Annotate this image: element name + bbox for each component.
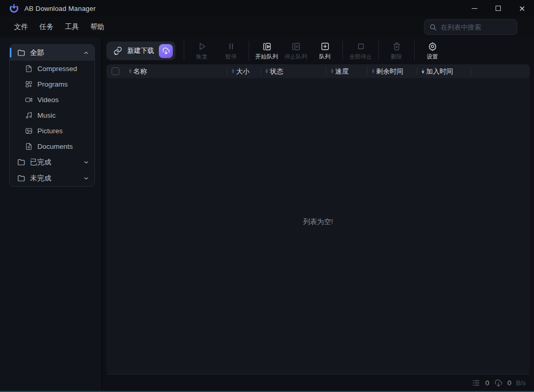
- stop-all-button[interactable]: 全部停止: [346, 39, 375, 62]
- menu-file[interactable]: 文件: [8, 19, 34, 35]
- column-label: 剩余时间: [376, 67, 403, 76]
- toolbar-separator: [414, 41, 415, 61]
- search-input[interactable]: [441, 23, 512, 31]
- sort-icon: ▲▼: [330, 69, 334, 73]
- select-all-checkbox[interactable]: [112, 67, 119, 75]
- speed-value: 0: [508, 379, 512, 387]
- stop-queue-button[interactable]: 停止队列: [281, 39, 310, 62]
- column-label: 名称: [133, 67, 147, 76]
- toolbar: 新建下载 恢复: [102, 37, 534, 64]
- selection-indicator: [10, 48, 11, 58]
- delete-button[interactable]: 删除: [382, 39, 411, 62]
- folder-icon: [17, 49, 25, 57]
- image-icon: [25, 127, 33, 135]
- sidebar-item-unfinished[interactable]: 未完成: [10, 170, 94, 186]
- queue-icon: [320, 41, 330, 51]
- column-header-spacer: [471, 64, 530, 78]
- button-label: 队列: [319, 53, 331, 61]
- sort-icon: ▲▼: [128, 69, 132, 73]
- sidebar-item-compressed[interactable]: Compressed: [10, 61, 94, 76]
- speed-unit: B/s: [516, 379, 526, 387]
- sidebar-item-label: Compressed: [37, 65, 77, 73]
- chevron-up-icon[interactable]: [83, 50, 89, 56]
- column-header-name[interactable]: ▲▼ 名称: [124, 64, 227, 78]
- music-note-icon: [25, 111, 33, 119]
- search-icon: [429, 23, 437, 31]
- column-header-date-added[interactable]: ▲▼ 加入时间: [417, 64, 471, 78]
- toolbar-separator: [249, 41, 249, 61]
- sidebar-item-all[interactable]: 全部: [10, 45, 94, 61]
- start-queue-button[interactable]: 开始队列: [252, 39, 281, 62]
- column-label: 大小: [236, 67, 250, 76]
- column-header-time-left[interactable]: ▲▼ 剩余时间: [367, 64, 417, 78]
- button-label: 设置: [427, 53, 438, 61]
- sidebar-item-programs[interactable]: Programs: [10, 76, 94, 92]
- chevron-down-icon[interactable]: [83, 175, 89, 181]
- button-label: 删除: [391, 53, 402, 61]
- sidebar-item-label: 全部: [30, 48, 44, 58]
- sidebar-item-videos[interactable]: Videos: [10, 92, 94, 107]
- column-header-size[interactable]: ▲▼ 大小: [227, 64, 261, 78]
- cloud-download-icon[interactable]: [159, 44, 173, 58]
- column-header-speed[interactable]: ▲▼ 速度: [326, 64, 367, 78]
- status-bar: 0 0 B/s: [102, 374, 534, 391]
- sort-icon: ▲▼: [371, 69, 375, 73]
- play-icon: [197, 41, 207, 51]
- window-controls: ✕: [462, 0, 534, 17]
- queue-stop-icon: [291, 41, 301, 51]
- search-box[interactable]: [424, 19, 517, 35]
- pause-icon: [226, 41, 236, 51]
- menu-tasks[interactable]: 任务: [34, 19, 59, 35]
- column-label: 速度: [335, 67, 349, 76]
- sidebar: 全部 Compressed: [0, 37, 102, 391]
- sort-icon: ▲▼: [231, 69, 235, 73]
- document-icon: [25, 143, 33, 150]
- trash-icon: [392, 41, 402, 51]
- maximize-icon[interactable]: [486, 0, 510, 17]
- sort-icon: ▲▼: [265, 69, 269, 73]
- button-label: 全部停止: [349, 53, 372, 61]
- sidebar-filter-card: 全部 Compressed: [9, 44, 95, 187]
- downloads-panel: ▲▼ 名称 ▲▼ 大小 ▲▼ 状态 ▲▼ 速度: [106, 64, 530, 374]
- toolbar-separator: [184, 41, 184, 61]
- button-label: 恢复: [196, 53, 208, 61]
- close-icon[interactable]: ✕: [510, 0, 534, 17]
- folder-icon: [17, 174, 25, 183]
- queue-count: 0: [485, 379, 489, 387]
- column-label: 加入时间: [426, 67, 453, 76]
- pause-button[interactable]: 暂停: [216, 39, 245, 62]
- new-download-button[interactable]: 新建下载: [106, 41, 175, 60]
- chevron-down-icon[interactable]: [83, 159, 89, 165]
- column-header-status[interactable]: ▲▼ 状态: [261, 64, 326, 78]
- app-title: AB Download Manager: [24, 5, 96, 12]
- sidebar-item-music[interactable]: Music: [10, 107, 94, 123]
- app-logo-icon: [9, 3, 19, 13]
- column-label: 状态: [270, 67, 283, 76]
- sidebar-item-pictures[interactable]: Pictures: [10, 123, 94, 138]
- stop-all-icon: [356, 41, 366, 51]
- menu-help[interactable]: 帮助: [85, 19, 110, 35]
- sidebar-item-label: Videos: [37, 96, 59, 104]
- button-label: 开始队列: [255, 53, 278, 61]
- settings-button[interactable]: 设置: [418, 39, 447, 62]
- sidebar-item-label: Pictures: [37, 127, 63, 135]
- button-label: 停止队列: [284, 53, 307, 61]
- folder-icon: [17, 158, 25, 166]
- sidebar-item-label: 已完成: [30, 158, 51, 167]
- sidebar-item-label: Documents: [37, 143, 73, 150]
- queues-button[interactable]: 队列: [310, 39, 339, 62]
- zip-file-icon: [25, 65, 33, 73]
- resume-button[interactable]: 恢复: [187, 39, 216, 62]
- menu-tools[interactable]: 工具: [59, 19, 85, 35]
- sidebar-item-label: Music: [37, 111, 56, 119]
- sidebar-item-documents[interactable]: Documents: [10, 138, 94, 154]
- sidebar-item-finished[interactable]: 已完成: [10, 154, 94, 170]
- downloads-list: 列表为空!: [106, 78, 530, 374]
- empty-list-message: 列表为空!: [303, 217, 333, 227]
- main-panel: 新建下载 恢复: [102, 37, 534, 391]
- cloud-download-icon: [494, 379, 503, 387]
- menu-bar: 文件 任务 工具 帮助: [0, 17, 534, 37]
- button-label: 暂停: [225, 53, 237, 61]
- select-all-cell: [106, 64, 124, 78]
- minimize-icon[interactable]: [462, 0, 486, 17]
